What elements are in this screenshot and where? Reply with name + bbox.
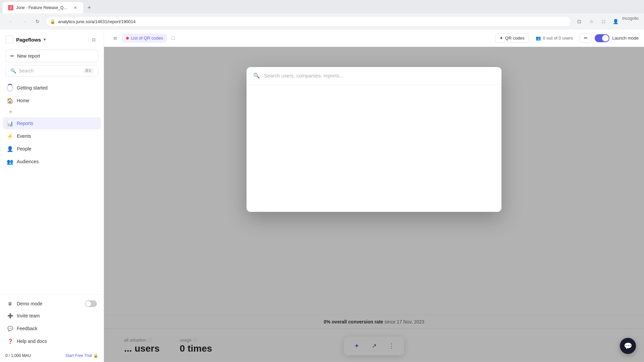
edit-button[interactable]: ✏	[580, 33, 592, 43]
forward-button[interactable]: →	[19, 16, 30, 27]
workspace-selector[interactable]: Pageflows ▾	[5, 36, 46, 44]
sparkle-icon: ✦	[499, 36, 503, 41]
sidebar-item-home[interactable]: 🏠 Home	[3, 95, 101, 107]
content-area: 0% overall conversion rate since 17 Nov,…	[104, 47, 644, 362]
sidebar-item-events[interactable]: ⚡ Events	[3, 130, 101, 142]
app-header: st List of QR codes □ ✦ QR codes 👥 0 out…	[104, 29, 644, 47]
sidebar-item-label: Events	[17, 133, 31, 139]
demo-mode-icon: 🖥	[7, 300, 13, 307]
workspace-icon	[5, 36, 13, 44]
add-section-button[interactable]: +	[7, 108, 15, 116]
sidebar-item-label: Home	[17, 98, 29, 103]
search-results-area	[247, 84, 501, 212]
start-free-trial-button[interactable]: Start Free Trial 🔒	[65, 353, 98, 358]
sidebar-item-people[interactable]: 👤 People	[3, 143, 101, 155]
users-badge[interactable]: 👥 0 out of 0 users	[532, 34, 577, 43]
sidebar-expand-button[interactable]: ⊡	[89, 35, 98, 44]
new-report-label: New report	[17, 53, 40, 59]
sidebar: Pageflows ▾ ⊡ ✏ New report 🔍 Search ⌘K G…	[0, 29, 104, 362]
new-report-icon: ✏	[10, 53, 14, 59]
launch-mode-label: Launch mode	[612, 36, 639, 41]
profile-button[interactable]: 👤	[610, 16, 621, 27]
demo-mode-label: Demo mode	[17, 301, 42, 306]
tab-add-button[interactable]: □	[168, 34, 178, 43]
lock-icon: 🔒	[93, 353, 98, 358]
users-count-label: 0 out of 0 users	[543, 36, 573, 41]
invite-team-label: Invite team	[17, 313, 40, 318]
getting-started-icon	[7, 84, 13, 91]
browser-chrome: J June - Feature Release_QR Code ✕ + ← →…	[0, 0, 644, 29]
search-button[interactable]: 🔍 Search ⌘K	[5, 65, 98, 76]
launch-mode-toggle: Launch mode	[595, 34, 639, 42]
security-icon: 🔒	[50, 19, 55, 24]
new-tab-button[interactable]: +	[85, 3, 94, 12]
search-overlay[interactable]: 🔍	[104, 47, 644, 362]
sidebar-item-getting-started[interactable]: Getting started	[3, 82, 101, 94]
help-docs-icon: ❓	[7, 338, 13, 345]
address-bar[interactable]: 🔒 analytics.june.so/a/14631/report/19001…	[46, 16, 571, 27]
reports-icon: 📊	[7, 120, 13, 127]
tab-favicon: J	[8, 5, 13, 10]
url-text: analytics.june.so/a/14631/report/190014	[58, 19, 136, 24]
events-icon: ⚡	[7, 133, 13, 139]
sidebar-item-feedback[interactable]: 💬 Feedback	[3, 322, 101, 335]
home-icon: 🏠	[7, 97, 13, 104]
audiences-icon: 👥	[7, 158, 13, 165]
chat-icon: 💬	[624, 342, 632, 350]
sidebar-item-label: People	[17, 146, 32, 152]
help-docs-label: Help and docs	[17, 339, 47, 344]
sidebar-footer: 🖥 Demo mode ➕ Invite team 💬 Feedback ❓ H…	[0, 295, 104, 351]
search-input-row: 🔍	[247, 67, 501, 84]
search-icon: 🔍	[253, 72, 260, 79]
workspace-name-text: Pageflows	[16, 37, 41, 43]
launch-switch-knob	[602, 35, 609, 42]
start-trial-label: Start Free Trial	[65, 353, 92, 358]
chat-bubble-button[interactable]: 💬	[620, 338, 636, 354]
sidebar-item-reports[interactable]: 📊 Reports	[3, 117, 101, 129]
sidebar-item-label: Audiences	[17, 159, 39, 164]
main-content: st List of QR codes □ ✦ QR codes 👥 0 out…	[104, 29, 644, 362]
header-tab-qr-codes[interactable]: List of QR codes	[122, 34, 167, 43]
feedback-icon: 💬	[7, 325, 13, 332]
header-tab-label: List of QR codes	[131, 36, 163, 41]
sidebar-item-demo-mode[interactable]: 🖥 Demo mode	[3, 298, 101, 310]
sidebar-item-label: Getting started	[17, 85, 48, 90]
sidebar-item-help-docs[interactable]: ❓ Help and docs	[3, 335, 101, 347]
people-icon: 👤	[7, 145, 13, 152]
search-shortcut: ⌘K	[83, 68, 93, 73]
reload-button[interactable]: ↻	[32, 16, 43, 27]
feedback-label: Feedback	[17, 326, 37, 331]
qr-codes-label: QR codes	[505, 36, 525, 41]
sidebar-item-label: Reports	[17, 121, 33, 126]
search-placeholder-text: Search	[19, 68, 34, 73]
back-button[interactable]: ←	[5, 16, 16, 27]
search-icon: 🔍	[10, 68, 16, 73]
header-tab-label: st	[113, 36, 117, 41]
header-tab-list[interactable]: st	[109, 34, 121, 43]
extension-button[interactable]: □	[598, 16, 609, 27]
qr-codes-button[interactable]: ✦ QR codes	[495, 33, 529, 43]
invite-team-icon: ➕	[7, 312, 13, 319]
sidebar-nav: Getting started 🏠 Home + 📊 Reports ⚡ Eve…	[0, 79, 104, 295]
workspace-chevron-icon: ▾	[44, 37, 46, 42]
cast-button[interactable]: ⊡	[574, 16, 585, 27]
toggle-knob	[86, 301, 91, 306]
search-modal: 🔍	[247, 67, 501, 212]
launch-mode-switch[interactable]	[595, 34, 609, 42]
tab-title: June - Feature Release_QR Code	[16, 5, 70, 10]
users-group-icon: 👥	[536, 36, 541, 41]
tab-close-button[interactable]: ✕	[72, 5, 78, 10]
sidebar-item-invite-team[interactable]: ➕ Invite team	[3, 310, 101, 322]
bookmark-button[interactable]: ☆	[586, 16, 597, 27]
active-tab[interactable]: J June - Feature Release_QR Code ✕	[3, 2, 83, 13]
sidebar-item-audiences[interactable]: 👥 Audiences	[3, 156, 101, 168]
tab-dot-indicator	[126, 37, 129, 40]
demo-mode-toggle[interactable]	[85, 300, 97, 307]
incognito-label: Incognito	[622, 16, 639, 27]
new-report-button[interactable]: ✏ New report	[5, 50, 98, 62]
mau-text: 0 / 1,000 MAU	[5, 353, 31, 358]
search-input[interactable]	[264, 73, 495, 78]
edit-icon: ✏	[584, 36, 588, 41]
header-actions: ✦ QR codes 👥 0 out of 0 users ✏	[495, 33, 639, 43]
header-tabs: st List of QR codes □	[109, 34, 492, 43]
